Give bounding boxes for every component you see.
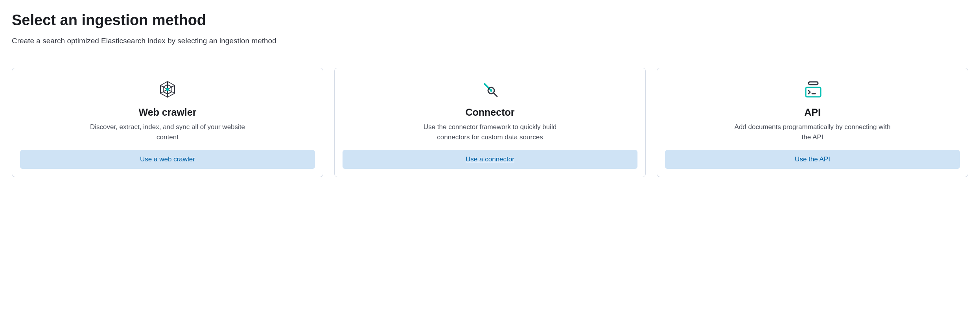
console-icon [802, 79, 823, 100]
card-web-crawler: Web crawler Discover, extract, index, an… [12, 68, 323, 177]
svg-rect-5 [809, 82, 818, 85]
card-api: API Add documents programmatically by co… [657, 68, 968, 177]
use-connector-button[interactable]: Use a connector [343, 150, 637, 169]
card-description-api: Add documents programmatically by connec… [730, 122, 895, 142]
card-title-connector: Connector [466, 107, 515, 118]
use-api-button[interactable]: Use the API [665, 150, 960, 169]
use-web-crawler-button[interactable]: Use a web crawler [20, 150, 315, 169]
page-subtitle: Create a search optimized Elasticsearch … [12, 37, 968, 45]
svg-point-4 [490, 89, 492, 92]
ingestion-cards-row: Web crawler Discover, extract, index, an… [12, 68, 968, 177]
connector-icon [481, 79, 499, 100]
svg-rect-6 [806, 87, 821, 97]
svg-line-3 [494, 93, 497, 96]
card-connector: Connector Use the connector framework to… [334, 68, 646, 177]
card-title-api: API [804, 107, 821, 118]
card-description-web-crawler: Discover, extract, index, and sync all o… [85, 122, 250, 142]
spider-web-icon [158, 79, 177, 100]
section-divider [12, 55, 968, 55]
page-title: Select an ingestion method [12, 12, 968, 29]
card-description-connector: Use the connector framework to quickly b… [407, 122, 573, 142]
card-title-web-crawler: Web crawler [139, 107, 197, 118]
svg-point-0 [166, 88, 169, 91]
